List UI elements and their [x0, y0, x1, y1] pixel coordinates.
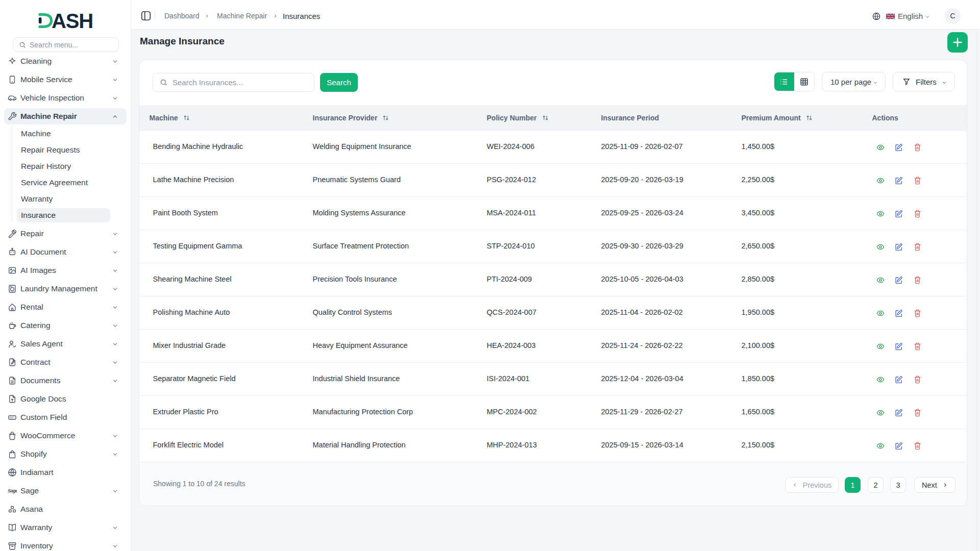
svg-text:Sage: Sage [8, 488, 17, 493]
svg-text:ASH: ASH [52, 10, 93, 32]
